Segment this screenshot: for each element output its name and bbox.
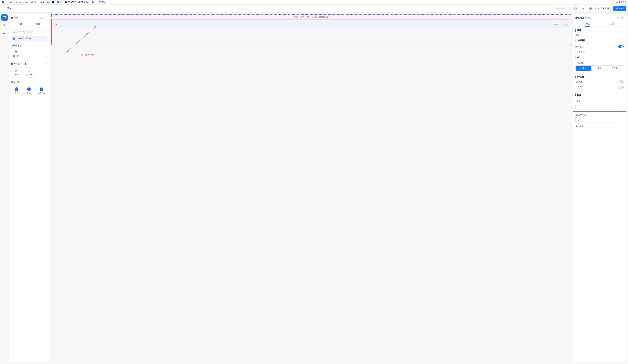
bookmark-work[interactable]: 工作 [10,1,17,3]
chevron-down-icon: ﹀ [620,56,622,58]
chevron-down-icon: ﹀ [620,105,622,108]
svg-point-12 [5,25,5,26]
log-icon: → [40,87,43,91]
canvas[interactable]: 动作区：拖拽「动作」组件在这里配置动作 [空] ⊞ 测试网页 ⇄ 🗑 1、拖入字… [49,12,573,364]
rail-tree-icon[interactable] [1,22,7,28]
show-master-button[interactable]: 显示母版 [595,6,611,11]
plan-icon [15,69,18,73]
field-row[interactable]: [空] ⊞ 测试网页 ⇄ 🗑 [53,21,569,28]
publish-button[interactable]: 发布 [613,6,626,11]
close-icon[interactable]: ✕ [621,16,624,19]
group-lowcode[interactable]: 低代码字段 （2）﹀ [11,62,47,66]
export-icon: → [27,87,31,91]
text-type-icon: TT [15,51,18,55]
action-card-log[interactable]: → 日志记录 [36,86,47,96]
label-display-device: 显示设备 [575,125,624,128]
field-placeholder: [空] [55,23,58,26]
field-card-plan[interactable]: 方案 [11,67,22,77]
search-input[interactable] [11,29,47,34]
device-desktop-icon[interactable] [573,6,578,11]
bookmark-chatgpt[interactable]: ChatGPT [65,1,76,3]
label-text-type: *文本类型 [575,50,624,53]
bookmark-bar: | 工作 shushi 项目 Oinone pro ChatGPT 智谱清言 A… [0,0,628,4]
select-empty-style[interactable]: [空]﹀ [575,117,624,123]
group-nocode[interactable]: 无代码字段 （1）﹀ [11,43,47,48]
select-text-type[interactable]: 文本﹀ [575,54,624,59]
page-title: 测url [7,7,12,10]
info-icon: i [13,37,15,40]
label-prefix: 支持前缀 [575,81,583,83]
bookmark-github[interactable] [52,1,54,3]
bookmark-zhipu[interactable]: 智谱清言 [78,1,89,3]
section-basic: 基础 [575,29,624,32]
switch-hide-title[interactable] [618,45,624,48]
rail-compass-icon[interactable] [1,30,7,36]
field-tag: ⊞ 测试网页 [550,23,561,26]
bookmark-all[interactable]: 所有书签 [615,1,626,3]
tab-field[interactable]: 字段 [600,21,624,26]
seg-hidden[interactable]: 隐藏 [592,66,608,71]
svg-rect-6 [598,8,599,9]
field-card-plan-id[interactable]: 123 方案ID [23,67,34,77]
highlighted-section: *宽度 1﹀ [573,98,626,112]
label-width: *宽度 [575,100,624,103]
action-card-import[interactable]: → 导入 [11,86,22,96]
delete-icon[interactable]: 🗑 [565,24,568,26]
selected-container[interactable]: [空] ⊞ 测试网页 ⇄ 🗑 [51,19,571,45]
bookmark-pro[interactable]: pro [57,1,62,3]
pin-icon[interactable]: ⇲ [617,16,620,19]
id-icon: 123 [27,69,31,73]
left-rail [0,12,9,364]
chevron-down-icon: ﹀ [45,63,47,66]
history-icon[interactable] [588,6,593,11]
field-card-test-page[interactable]: TT 测试网页 [11,49,22,59]
bookmark-oinone[interactable]: Oinone [40,1,50,3]
right-tabs: 属性 字段 [575,21,624,27]
svg-point-10 [3,24,4,25]
chevron-down-icon: ﹀ [620,119,622,121]
svg-point-13 [3,32,5,34]
left-panel-title: 组件库 [11,16,18,19]
autosave-status: 自动保存中... [554,7,565,10]
svg-marker-14 [4,33,5,34]
table-icon: ⊞ [551,24,552,25]
label-empty-style: 空值展示样式 [575,113,624,116]
bookmark-shushi[interactable]: shushi [19,1,28,3]
seg-not-hidden[interactable]: 非隐藏 [575,66,592,71]
action-drop-zone[interactable]: 动作区：拖拽「动作」组件在这里配置动作 [51,14,571,19]
bookmark-project[interactable]: 项目 [31,1,38,3]
right-panel: 测试网页/单行文本 ⇲ ✕ 属性 字段 基础 标题 隐藏标题 *文本类型 文本﹀… [573,14,626,362]
switch-prefix[interactable] [618,80,624,83]
workspace: 组件库 ⇲ ✕ 组件 模型 ⌕ i 当前模型: 测试url 无代码字段 （1）﹀… [0,12,628,364]
apps-grid-icon[interactable] [2,1,4,3]
label-hide-title: 隐藏标题 [575,45,583,48]
close-icon[interactable]: ✕ [44,16,47,20]
annotation-marker [47,56,48,56]
tab-props[interactable]: 属性 [575,21,600,26]
section-interact: 交互 [575,93,624,96]
chevron-down-icon: ﹀ [45,44,47,47]
chevron-down-icon: ﹀ [45,81,47,84]
seg-cond-hidden[interactable]: 条件隐藏 [608,66,624,71]
pin-icon[interactable]: ⇲ [40,16,43,20]
import-icon: → [15,87,18,91]
select-width[interactable]: 1﹀ [575,104,624,109]
annotation-text: 1、拖入字段 [82,54,94,57]
current-model-info: i 当前模型: 测试url [11,36,47,41]
bookmark-translate[interactable]: 翻译 [99,1,106,3]
device-mobile-icon[interactable] [580,6,586,11]
svg-rect-0 [574,7,576,9]
label-is-hidden: 是否隐藏 [575,62,624,65]
bookmark-ai[interactable]: AI [92,1,96,3]
left-panel: 组件库 ⇲ ✕ 组件 模型 ⌕ i 当前模型: 测试url 无代码字段 （1）﹀… [9,14,49,362]
action-card-export[interactable]: → 导出 [23,86,34,96]
switch-suffix[interactable] [618,86,624,89]
back-icon[interactable]: 〈 [2,7,5,10]
tab-model[interactable]: 模型 [29,21,47,27]
input-title[interactable] [575,38,624,43]
tab-component[interactable]: 组件 [11,21,29,27]
rail-components-icon[interactable] [1,14,7,21]
switch-icon[interactable]: ⇄ [562,24,564,26]
section-affix: 前/后缀 [575,75,624,78]
group-actions[interactable]: 动作 （3）﹀ [11,80,47,85]
